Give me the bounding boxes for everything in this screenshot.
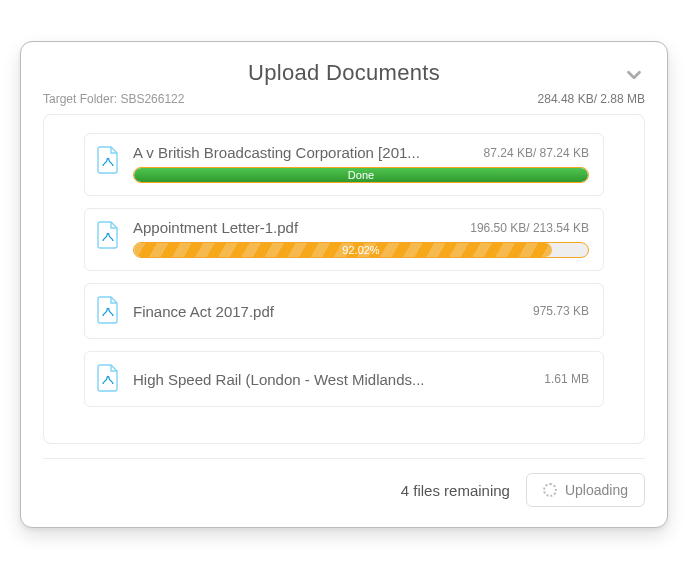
- uploading-button-label: Uploading: [565, 482, 628, 498]
- file-row: Appointment Letter-1.pdf 196.50 KB/ 213.…: [84, 208, 604, 271]
- files-remaining: 4 files remaining: [401, 482, 510, 499]
- file-name: A v British Broadcasting Corporation [20…: [133, 144, 472, 161]
- file-row: High Speed Rail (London - West Midlands.…: [84, 351, 604, 407]
- progress-label: Done: [134, 168, 588, 182]
- target-folder-value: SBS266122: [120, 92, 184, 106]
- target-folder-label: Target Folder:: [43, 92, 117, 106]
- page-title: Upload Documents: [248, 60, 440, 86]
- target-folder: Target Folder: SBS266122: [43, 92, 184, 106]
- file-name: High Speed Rail (London - West Midlands.…: [133, 371, 532, 388]
- meta-row: Target Folder: SBS266122 284.48 KB/ 2.88…: [43, 92, 645, 106]
- uploading-button[interactable]: Uploading: [526, 473, 645, 507]
- file-name: Appointment Letter-1.pdf: [133, 219, 458, 236]
- pdf-file-icon: [97, 364, 119, 396]
- file-row: A v British Broadcasting Corporation [20…: [84, 133, 604, 196]
- progress-bar: Done: [133, 167, 589, 183]
- file-list: A v British Broadcasting Corporation [20…: [43, 114, 645, 444]
- pdf-file-icon: [97, 296, 119, 328]
- collapse-chevron-icon[interactable]: [623, 64, 645, 90]
- progress-label: 92.02%: [134, 243, 588, 257]
- overall-progress-size: 284.48 KB/ 2.88 MB: [538, 92, 645, 106]
- progress-bar: 92.02%: [133, 242, 589, 258]
- header: Upload Documents: [43, 60, 645, 86]
- file-name: Finance Act 2017.pdf: [133, 303, 521, 320]
- file-size: 975.73 KB: [533, 304, 589, 318]
- upload-panel: Upload Documents Target Folder: SBS26612…: [20, 41, 668, 528]
- spinner-icon: [543, 483, 557, 497]
- file-size: 87.24 KB/ 87.24 KB: [484, 146, 589, 160]
- file-size: 1.61 MB: [544, 372, 589, 386]
- footer: 4 files remaining Uploading: [43, 458, 645, 507]
- pdf-file-icon: [97, 146, 119, 178]
- file-row: Finance Act 2017.pdf 975.73 KB: [84, 283, 604, 339]
- file-size: 196.50 KB/ 213.54 KB: [470, 221, 589, 235]
- pdf-file-icon: [97, 221, 119, 253]
